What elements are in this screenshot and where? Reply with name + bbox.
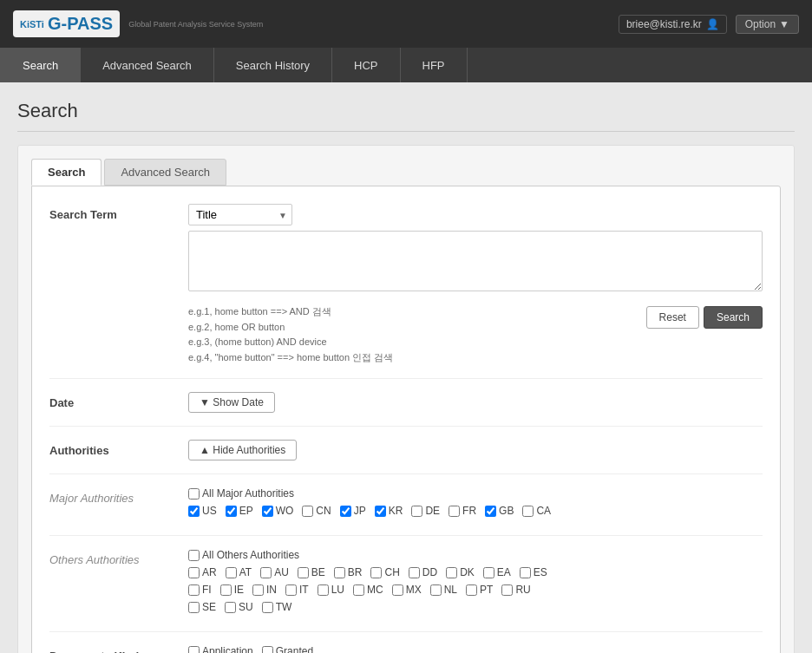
- kisti-logo-text: KiSTi: [20, 19, 44, 29]
- nav-item-advanced-search[interactable]: Advanced Search: [81, 48, 214, 82]
- major-auth-cn[interactable]: CN: [302, 505, 331, 517]
- doc-kinds-label: Documents Kinds: [49, 645, 188, 653]
- hint-1: e.g.1, home button ==> AND 검색: [188, 304, 393, 320]
- authorities-label: Authorities: [49, 440, 188, 457]
- logo-box: KiSTi G-PASS: [13, 10, 120, 37]
- authorities-row: Authorities ▲ Hide Authorities: [49, 440, 763, 474]
- nav-item-hfp[interactable]: HFP: [401, 48, 468, 82]
- authorities-content: ▲ Hide Authorities: [188, 440, 763, 460]
- tab-search[interactable]: Search: [31, 159, 102, 186]
- search-term-row: Search Term Title Abstract Claims Descri…: [49, 204, 763, 379]
- others-ru[interactable]: RU: [501, 584, 530, 596]
- major-auth-us[interactable]: US: [188, 505, 217, 517]
- option-label: Option: [745, 18, 776, 30]
- major-auth-ep[interactable]: EP: [226, 505, 253, 517]
- user-email: briee@kisti.re.kr: [626, 18, 702, 30]
- reset-button[interactable]: Reset: [646, 306, 699, 329]
- date-label: Date: [49, 392, 188, 409]
- nav-item-search[interactable]: Search: [0, 48, 81, 82]
- date-content: ▼ Show Date: [188, 392, 763, 413]
- others-auth-all-checkbox[interactable]: All Others Authorities: [188, 549, 299, 561]
- others-at[interactable]: AT: [226, 566, 252, 578]
- doc-granted-checkbox[interactable]: Granted: [262, 645, 313, 653]
- hide-authorities-button[interactable]: ▲ Hide Authorities: [188, 440, 297, 460]
- others-tw[interactable]: TW: [262, 601, 292, 613]
- page-content: Search Search Advanced Search Search Ter…: [0, 82, 812, 653]
- user-info: briee@kisti.re.kr 👤: [619, 15, 727, 34]
- search-btn-row: Reset Search: [646, 306, 763, 329]
- tab-advanced-search[interactable]: Advanced Search: [104, 159, 226, 186]
- major-auth-gb[interactable]: GB: [485, 505, 514, 517]
- others-fi[interactable]: FI: [188, 584, 212, 596]
- option-button[interactable]: Option ▼: [736, 15, 799, 34]
- major-auth-all-label: All Major Authorities: [202, 487, 294, 500]
- logo-subtitle: Global Patent Analysis Service System: [128, 20, 263, 29]
- major-auth-fr[interactable]: FR: [449, 505, 476, 517]
- doc-application-checkbox[interactable]: Application: [188, 645, 253, 653]
- major-auth-all-row: All Major Authorities: [188, 487, 763, 500]
- others-auth-content: All Others Authorities AR AT AU BE BR CH…: [188, 549, 763, 618]
- doc-kinds-checkboxes: Application Granted: [188, 645, 763, 653]
- major-auth-de[interactable]: DE: [411, 505, 440, 517]
- others-su[interactable]: SU: [225, 601, 253, 613]
- form-container: Search Term Title Abstract Claims Descri…: [31, 186, 781, 653]
- major-auth-items-row: US EP WO CN JP: [188, 505, 763, 517]
- others-mc[interactable]: MC: [353, 584, 383, 596]
- search-term-select[interactable]: Title Abstract Claims Description All Fi…: [188, 204, 292, 225]
- others-it[interactable]: IT: [285, 584, 309, 596]
- others-ie[interactable]: IE: [220, 584, 244, 596]
- others-se[interactable]: SE: [188, 601, 216, 613]
- others-mx[interactable]: MX: [392, 584, 422, 596]
- logo-area: KiSTi G-PASS Global Patent Analysis Serv…: [13, 10, 263, 37]
- search-button[interactable]: Search: [704, 306, 763, 329]
- header: KiSTi G-PASS Global Patent Analysis Serv…: [0, 0, 812, 48]
- others-be[interactable]: BE: [298, 566, 325, 578]
- hint-3: e.g.3, (home button) AND device: [188, 335, 393, 350]
- major-auth-all-checkbox[interactable]: All Major Authorities: [188, 487, 294, 500]
- major-auth-all-input[interactable]: [188, 488, 200, 500]
- major-auth-kr[interactable]: KR: [375, 505, 403, 517]
- major-auth-wo[interactable]: WO: [262, 505, 294, 517]
- major-auth-content: All Major Authorities US EP WO: [188, 487, 763, 522]
- others-dd[interactable]: DD: [409, 566, 437, 578]
- hint-2: e.g.2, home OR button: [188, 320, 393, 336]
- others-auth-row: Others Authorities All Others Authoritie…: [49, 549, 763, 632]
- sub-tabs: Search Advanced Search: [31, 159, 781, 186]
- search-term-content: Title Abstract Claims Description All Fi…: [188, 204, 763, 365]
- nav-bar: Search Advanced Search Search History HC…: [0, 48, 812, 82]
- others-ch[interactable]: CH: [370, 566, 399, 578]
- major-auth-label: Major Authorities: [49, 487, 188, 505]
- others-lu[interactable]: LU: [318, 584, 344, 596]
- major-auth-ca[interactable]: CA: [522, 505, 551, 517]
- others-ar[interactable]: AR: [188, 566, 217, 578]
- others-auth-all-row: All Others Authorities: [188, 549, 763, 561]
- others-au[interactable]: AU: [260, 566, 289, 578]
- doc-kinds-content: Application Granted: [188, 645, 763, 653]
- doc-kinds-row: Documents Kinds Application Granted: [49, 645, 763, 653]
- major-auth-jp[interactable]: JP: [340, 505, 366, 517]
- others-br[interactable]: BR: [334, 566, 363, 578]
- doc-granted-label: Granted: [276, 645, 313, 653]
- others-in[interactable]: IN: [252, 584, 277, 596]
- date-row: Date ▼ Show Date: [49, 392, 763, 427]
- search-hints: e.g.1, home button ==> AND 검색 e.g.2, hom…: [188, 304, 393, 365]
- search-term-select-wrapper: Title Abstract Claims Description All Fi…: [188, 204, 292, 225]
- others-nl[interactable]: NL: [430, 584, 457, 596]
- others-auth-row3: SE SU TW: [188, 601, 763, 613]
- major-auth-row: Major Authorities All Major Authorities …: [49, 487, 763, 536]
- gpass-logo-text: G-PASS: [48, 14, 113, 34]
- others-auth-row2: FI IE IN IT LU MC MX NL PT RU: [188, 584, 763, 596]
- others-es[interactable]: ES: [520, 566, 547, 578]
- page-title: Search: [17, 100, 795, 132]
- others-dk[interactable]: DK: [446, 566, 475, 578]
- show-date-button[interactable]: ▼ Show Date: [188, 392, 275, 413]
- search-textarea[interactable]: [188, 231, 763, 291]
- others-pt[interactable]: PT: [466, 584, 493, 596]
- others-auth-row1: AR AT AU BE BR CH DD DK EA ES: [188, 566, 763, 578]
- nav-item-search-history[interactable]: Search History: [214, 48, 332, 82]
- others-ea[interactable]: EA: [483, 566, 511, 578]
- others-auth-all-label: All Others Authorities: [202, 549, 299, 561]
- nav-item-hcp[interactable]: HCP: [332, 48, 400, 82]
- others-auth-label: Others Authorities: [49, 549, 188, 566]
- search-card: Search Advanced Search Search Term Title…: [17, 145, 795, 653]
